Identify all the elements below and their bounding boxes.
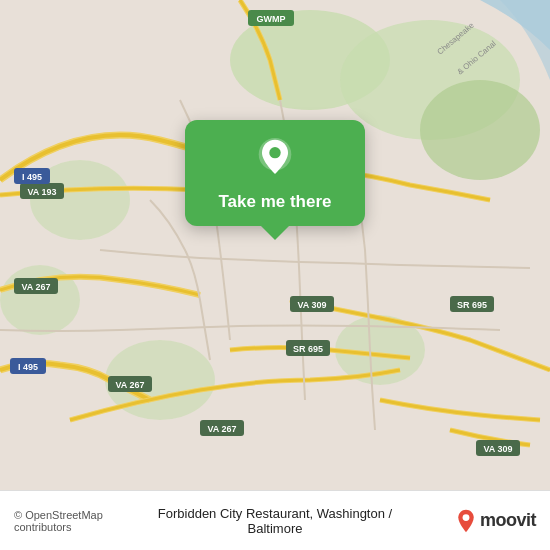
svg-point-36 <box>463 514 470 521</box>
map-svg: GWMP VA 193 I 495 VA 267 23 I 495 VA 267… <box>0 0 550 490</box>
svg-point-3 <box>420 80 540 180</box>
moovit-logo: moovit <box>406 509 537 533</box>
svg-text:VA 309: VA 309 <box>483 444 512 454</box>
svg-text:SR 695: SR 695 <box>293 344 323 354</box>
place-name: Forbidden City Restaurant, Washington / … <box>145 506 406 536</box>
location-pin-icon <box>253 138 297 182</box>
svg-text:VA 267: VA 267 <box>21 282 50 292</box>
take-me-there-button[interactable]: Take me there <box>218 192 331 212</box>
svg-text:VA 267: VA 267 <box>207 424 236 434</box>
popup-card[interactable]: Take me there <box>185 120 365 226</box>
svg-text:I 495: I 495 <box>22 172 42 182</box>
svg-text:VA 193: VA 193 <box>27 187 56 197</box>
footer-bar: © OpenStreetMap contributors Forbidden C… <box>0 490 550 550</box>
svg-text:I 495: I 495 <box>18 362 38 372</box>
svg-text:SR 695: SR 695 <box>457 300 487 310</box>
svg-text:GWMP: GWMP <box>257 14 286 24</box>
svg-text:VA 267: VA 267 <box>115 380 144 390</box>
moovit-pin-icon <box>456 509 476 533</box>
copyright-text: © OpenStreetMap contributors <box>14 509 145 533</box>
svg-text:VA 309: VA 309 <box>297 300 326 310</box>
moovit-text: moovit <box>480 510 536 531</box>
map-container: GWMP VA 193 I 495 VA 267 23 I 495 VA 267… <box>0 0 550 490</box>
svg-point-35 <box>269 147 280 158</box>
